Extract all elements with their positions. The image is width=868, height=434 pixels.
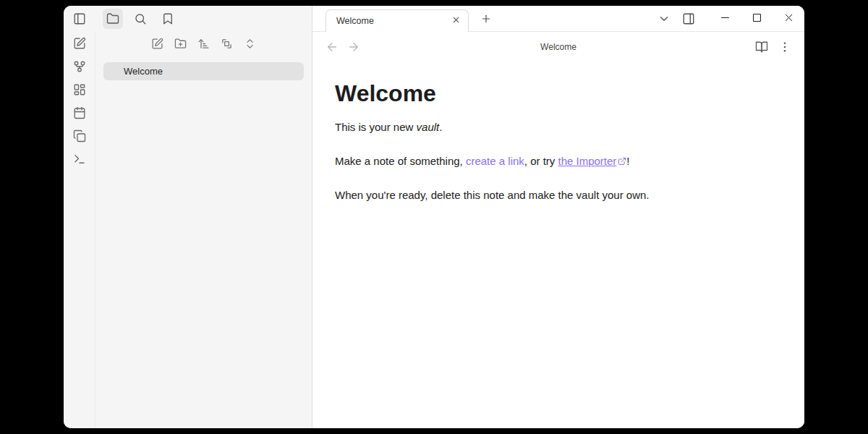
tab-close-button[interactable]	[448, 13, 464, 29]
new-folder-icon	[174, 38, 187, 50]
external-link[interactable]: the Importer	[558, 155, 616, 167]
text-segment: .	[439, 121, 442, 133]
expand-all-button[interactable]	[241, 34, 260, 53]
new-note-icon	[73, 37, 86, 50]
new-note-icon	[151, 38, 163, 50]
obsidian-window: Welcome	[64, 6, 804, 428]
minimize-button[interactable]	[709, 6, 741, 31]
window-close-icon	[783, 12, 795, 26]
right-sidebar-toggle-button[interactable]	[678, 9, 699, 29]
maximize-button[interactable]	[741, 6, 773, 31]
file-item-welcome[interactable]: Welcome	[103, 62, 304, 80]
expand-all-icon	[244, 38, 256, 50]
book-open-icon	[755, 41, 768, 54]
text-segment: , or try	[524, 155, 558, 167]
sort-order-button[interactable]	[195, 34, 213, 53]
tab-welcome[interactable]: Welcome	[326, 9, 469, 32]
ribbon-canvas-button[interactable]	[69, 80, 90, 100]
ribbon-templates-button[interactable]	[69, 126, 90, 146]
ribbon-graph-view-button[interactable]	[69, 56, 90, 77]
graph-view-icon	[73, 60, 86, 73]
minimize-icon	[719, 12, 731, 26]
templates-icon	[73, 129, 86, 142]
more-vertical-icon	[778, 41, 791, 54]
sort-order-icon	[197, 38, 210, 50]
tab-bar: Welcome	[312, 6, 804, 32]
ribbon-command-palette-button[interactable]	[69, 149, 90, 169]
left-sidebar-toggle-button[interactable]	[69, 9, 90, 29]
tab-title: Welcome	[336, 16, 448, 26]
chevron-down-icon	[658, 12, 671, 25]
daily-note-icon	[73, 106, 86, 119]
command-palette-icon	[73, 153, 86, 166]
search-tab-button[interactable]	[130, 9, 150, 29]
note-paragraph-2: Make a note of something, create a link,…	[335, 153, 761, 169]
view-header-title: Welcome	[312, 42, 804, 52]
files-tab-button[interactable]	[103, 9, 123, 29]
tab-list-button[interactable]	[654, 9, 674, 29]
collapse-all-icon	[221, 38, 233, 50]
maximize-icon	[751, 12, 763, 26]
text-segment: This is your new	[335, 121, 417, 133]
titlebar-right	[654, 6, 804, 31]
external-link-icon	[616, 155, 626, 167]
window-controls	[709, 6, 804, 31]
note-paragraph-1: This is your new vault.	[335, 119, 761, 135]
note-title: Welcome	[335, 80, 761, 107]
note-paragraph-3: When you're ready, delete this note and …	[335, 187, 761, 203]
more-options-button[interactable]	[775, 38, 794, 56]
internal-link[interactable]: create a link	[466, 155, 524, 167]
ribbon-new-note-button[interactable]	[69, 33, 90, 54]
text-segment: Make a note of something,	[335, 155, 466, 167]
new-tab-button[interactable]	[476, 9, 496, 29]
canvas-icon	[73, 83, 86, 96]
italic-text: vault	[417, 121, 440, 133]
search-icon	[134, 12, 147, 25]
screen-background: Welcome	[0, 0, 868, 434]
sidebar-tab-headers	[103, 9, 178, 29]
close-icon	[451, 15, 461, 27]
new-note-button[interactable]	[148, 34, 167, 53]
folder-icon	[106, 12, 119, 25]
view-header: Welcome	[312, 32, 804, 62]
new-folder-button[interactable]	[171, 34, 190, 53]
arrow-right-icon	[347, 41, 360, 54]
panel-left-icon	[73, 12, 86, 25]
navigate-forward-button[interactable]	[344, 38, 363, 56]
navigate-back-button[interactable]	[323, 38, 341, 56]
close-window-button[interactable]	[773, 6, 804, 31]
main-pane: Welcome	[312, 32, 804, 428]
ribbon	[64, 32, 95, 428]
bookmark-icon	[161, 12, 174, 25]
view-actions	[752, 38, 794, 56]
text-segment: !	[626, 155, 629, 167]
file-list: Welcome	[95, 55, 312, 88]
bookmarks-tab-button[interactable]	[158, 9, 178, 29]
file-explorer: Welcome	[95, 32, 312, 428]
titlebar: Welcome	[64, 6, 804, 32]
workspace: Welcome	[64, 32, 804, 428]
reading-mode-button[interactable]	[752, 38, 771, 56]
explorer-header	[95, 32, 312, 55]
nav-history	[323, 38, 363, 56]
file-name: Welcome	[124, 66, 163, 77]
panel-right-icon	[682, 12, 695, 25]
ribbon-daily-note-button[interactable]	[69, 103, 90, 123]
plus-icon	[480, 13, 492, 25]
note-editor[interactable]: Welcome This is your new vault. Make a n…	[312, 62, 804, 221]
titlebar-left	[64, 6, 312, 32]
arrow-left-icon	[326, 41, 339, 54]
collapse-all-button[interactable]	[218, 34, 237, 53]
